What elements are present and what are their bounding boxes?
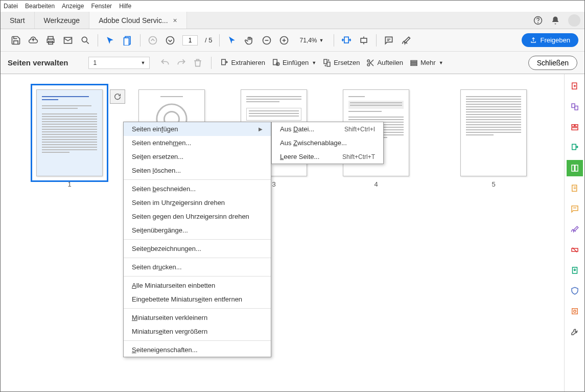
svg-rect-15 (222, 59, 226, 65)
page-icon[interactable] (123, 35, 133, 45)
svg-rect-24 (411, 64, 417, 65)
rside-stamp-icon[interactable] (567, 303, 583, 319)
close-tab-icon[interactable]: × (173, 16, 177, 25)
page-select-dropdown[interactable]: 1▼ (88, 57, 150, 69)
rside-create-icon[interactable] (567, 78, 583, 95)
page-down-icon[interactable] (165, 35, 175, 45)
svg-rect-30 (572, 125, 574, 127)
ctx-insert-pages[interactable]: Seiten einfügen▶ (124, 122, 271, 136)
ctx-shrink-thumbs[interactable]: Miniaturseiten verkleinern (124, 311, 271, 325)
split-button[interactable]: Aufteilen (366, 58, 403, 67)
ctx-rotate-ccw[interactable]: Seiten gegen den Uhrzeigersinn drehen (124, 210, 271, 223)
right-sidebar (564, 74, 584, 391)
rotate-thumb-icon[interactable] (110, 89, 125, 104)
rside-export-icon[interactable] (567, 140, 583, 156)
rside-signature-icon[interactable] (567, 221, 583, 238)
save-icon[interactable] (11, 35, 21, 45)
thumb-label-5: 5 (455, 180, 532, 188)
help-icon[interactable] (533, 16, 543, 25)
main-toolbar: / 5 71,4% ▼ Freigeben (1, 29, 584, 52)
ctx-embed-thumbs[interactable]: Alle Miniaturseiten einbetten (124, 279, 271, 292)
context-menu-sub: Aus Datei...Shift+Ctrl+I Aus Zwischenabl… (271, 122, 384, 164)
rside-comment-fill-icon[interactable] (567, 180, 583, 197)
svg-point-10 (167, 36, 174, 44)
rside-optimize-icon[interactable] (567, 262, 583, 279)
print-icon[interactable] (45, 35, 56, 45)
ctx-print-pages[interactable]: Seiten drucken... (124, 260, 271, 274)
fit-page-icon[interactable] (359, 35, 369, 45)
svg-rect-18 (324, 59, 327, 63)
rside-note-icon[interactable] (567, 201, 583, 217)
hand-tool-icon[interactable] (244, 35, 254, 45)
rside-redact-icon[interactable] (567, 242, 583, 258)
replace-button[interactable]: Ersetzen (322, 58, 360, 67)
menu-datei[interactable]: Datei (4, 3, 18, 10)
comment-icon[interactable] (384, 35, 394, 45)
ctx-blank-page[interactable]: Leere Seite...Shift+Ctrl+T (272, 150, 383, 164)
svg-rect-19 (327, 62, 330, 66)
ctx-from-file[interactable]: Aus Datei...Shift+Ctrl+I (272, 122, 383, 136)
ctx-extract-pages[interactable]: Seiten entnehmen... (124, 136, 271, 150)
svg-rect-23 (411, 62, 417, 63)
svg-point-40 (573, 310, 576, 313)
ctx-crop-pages[interactable]: Seiten beschneiden... (124, 182, 271, 196)
trash-icon[interactable] (193, 58, 203, 68)
menubar: Datei Bearbeiten Anzeige Fenster Hilfe (1, 1, 584, 12)
page-input[interactable] (182, 35, 198, 45)
ctx-enlarge-thumbs[interactable]: Miniaturseiten vergrößern (124, 325, 271, 338)
mail-icon[interactable] (63, 35, 73, 45)
tab-document[interactable]: Adobe Cloud Servic...× (89, 12, 187, 29)
redo-icon[interactable] (176, 58, 186, 68)
bell-icon[interactable] (551, 16, 560, 25)
insert-button[interactable]: Einfügen▼ (271, 58, 316, 67)
rside-combine-icon[interactable] (567, 99, 583, 115)
tab-tools[interactable]: Werkzeuge (35, 12, 90, 29)
svg-point-21 (367, 63, 370, 66)
ctx-remove-thumbs[interactable]: Eingebettete Miniaturseiten entfernen (124, 292, 271, 306)
menu-hilfe[interactable]: Hilfe (119, 3, 131, 10)
menu-anzeige[interactable]: Anzeige (62, 3, 84, 10)
rside-organize-icon[interactable] (567, 160, 583, 176)
more-button[interactable]: Mehr▼ (409, 58, 443, 67)
menu-bearbeiten[interactable]: Bearbeiten (25, 3, 55, 10)
cloud-icon[interactable] (28, 35, 38, 45)
sign-icon[interactable] (401, 35, 411, 45)
svg-rect-34 (572, 165, 574, 171)
ctx-rotate-cw[interactable]: Seiten im Uhrzeigersinn drehen (124, 196, 271, 210)
svg-rect-32 (572, 128, 578, 130)
tool-select-icon[interactable] (105, 35, 115, 45)
svg-point-1 (538, 22, 539, 23)
rside-tools-icon[interactable] (567, 324, 583, 340)
fit-width-icon[interactable] (341, 35, 352, 45)
svg-rect-28 (572, 104, 575, 108)
svg-rect-29 (575, 106, 578, 110)
zoom-dropdown[interactable]: 71,4% ▼ (296, 36, 326, 45)
menu-fenster[interactable]: Fenster (91, 3, 112, 10)
tab-start[interactable]: Start (1, 12, 35, 29)
close-panel-button[interactable]: Schließen (528, 56, 577, 70)
thumb-label-4: 4 (338, 180, 414, 188)
page-up-icon[interactable] (148, 35, 158, 45)
zoom-out-icon[interactable] (262, 35, 272, 45)
arrow-tool-icon[interactable] (227, 35, 237, 45)
zoom-in-icon[interactable] (279, 35, 289, 45)
ctx-from-clipboard[interactable]: Aus Zwischenablage... (272, 136, 383, 150)
thumbnail-5[interactable]: 5 (455, 89, 532, 188)
ctx-replace-pages[interactable]: Seiten ersetzen... (124, 150, 271, 164)
context-menu-main: Seiten einfügen▶ Seiten entnehmen... Sei… (123, 122, 271, 357)
ctx-page-props[interactable]: Seiteneigenschaften... (124, 343, 271, 357)
svg-point-9 (149, 36, 157, 44)
page-total-label: / 5 (205, 36, 212, 44)
undo-icon[interactable] (160, 58, 170, 68)
ctx-page-labels[interactable]: Seitenbezeichnungen... (124, 242, 271, 256)
rside-edit-icon[interactable] (567, 119, 583, 135)
ctx-delete-pages[interactable]: Seiten löschen... (124, 164, 271, 177)
svg-point-20 (367, 60, 370, 62)
share-button[interactable]: Freigeben (522, 33, 578, 47)
search-icon[interactable] (80, 35, 90, 45)
rside-protect-icon[interactable] (567, 283, 583, 299)
avatar[interactable] (568, 14, 580, 27)
thumbnail-1[interactable]: 1 (31, 89, 108, 188)
ctx-transitions[interactable]: Seitenübergänge... (124, 223, 271, 237)
extract-button[interactable]: Extrahieren (220, 58, 265, 67)
